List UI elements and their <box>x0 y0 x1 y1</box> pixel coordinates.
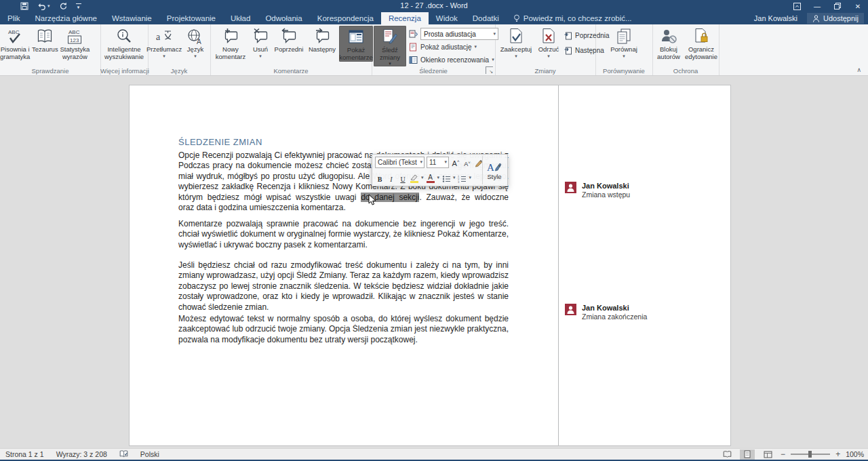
tab-projektowanie[interactable]: Projektowanie <box>159 12 223 24</box>
group-jezyk: a Przetłumacz ▾ A Język ▾ Język <box>148 24 211 75</box>
read-mode-button[interactable] <box>719 449 734 460</box>
numbering-icon: 123 <box>458 175 467 183</box>
display-for-review-combobox[interactable]: Prosta adiustacja ▾ <box>420 28 498 40</box>
underline-button[interactable]: U <box>398 172 408 183</box>
translate-button[interactable]: a Przetłumacz ▾ <box>148 26 180 58</box>
tab-plik[interactable]: Plik <box>0 12 28 24</box>
smart-lookup-label: Inteligentne wyszukiwanie <box>104 46 144 60</box>
avatar <box>565 304 576 315</box>
show-markup-button[interactable]: Pokaż adiustację ▾ <box>409 41 498 53</box>
customize-qat-button[interactable]: ▾ <box>76 3 81 9</box>
language-indicator[interactable]: Polski <box>140 450 159 458</box>
tab-widok[interactable]: Widok <box>429 12 465 24</box>
show-comments-button[interactable]: Pokaż komentarze <box>339 26 373 62</box>
comment-author: Jan Kowalski <box>582 304 647 313</box>
tab-recenzja[interactable]: Recenzja <box>381 12 429 24</box>
sledzenie-dialog-launcher[interactable]: ↘ <box>486 66 493 74</box>
tell-me-box[interactable]: Powiedz mi, co chcesz zrobić... <box>507 12 639 24</box>
share-label: Udostępnij <box>823 14 859 22</box>
font-name-combobox[interactable]: Calibri (Tekst ▾ <box>375 157 425 168</box>
mini-toolbar: Calibri (Tekst ▾ 11 ▾ A˄ A˅ A▾ Style B I… <box>372 154 508 186</box>
comment-card[interactable]: Jan Kowalski Zmiana zakończenia <box>565 304 721 321</box>
comment-card[interactable]: Jan Kowalski Zmiana wstępu <box>565 182 721 199</box>
numbering-button[interactable]: 123 <box>458 172 467 183</box>
highlight-caret[interactable]: ▾ <box>421 176 424 180</box>
accept-button[interactable]: Zaakceptuj ▾ <box>498 26 534 58</box>
web-layout-icon <box>764 451 772 458</box>
svg-text:3: 3 <box>458 180 460 183</box>
bold-button[interactable]: B <box>375 172 384 183</box>
block-authors-label: Blokuj autorów <box>657 46 680 60</box>
svg-text:ABC: ABC <box>8 29 20 35</box>
font-color-caret[interactable]: ▾ <box>437 176 440 180</box>
web-layout-button[interactable] <box>760 449 775 460</box>
spelling-grammar-button[interactable]: ABC Pisownia i gramatyka <box>0 26 30 60</box>
smart-lookup-icon <box>115 28 133 45</box>
track-changes-button[interactable]: Śledź zmiany ▾ <box>374 26 406 66</box>
avatar <box>565 182 576 193</box>
language-button[interactable]: A Język ▾ <box>180 26 210 58</box>
bullets-caret[interactable]: ▾ <box>453 176 456 180</box>
tab-korespondencja[interactable]: Korespondencja <box>310 12 381 24</box>
user-name[interactable]: Jan Kowalski <box>754 14 797 22</box>
ribbon-display-options-button[interactable] <box>787 0 807 12</box>
window-controls: — ✕ <box>787 0 868 12</box>
tab-uklad[interactable]: Układ <box>223 12 258 24</box>
bullets-button[interactable] <box>441 172 451 183</box>
thesaurus-button[interactable]: Tezaurus <box>30 26 60 54</box>
shrink-font-button[interactable]: A˅ <box>462 157 472 167</box>
zoom-slider[interactable] <box>791 454 830 455</box>
zoom-in-button[interactable]: + <box>835 449 840 459</box>
print-layout-button[interactable] <box>740 449 755 460</box>
tab-narzedzia-glowne[interactable]: Narzędzia główne <box>28 12 104 24</box>
previous-comment-icon <box>280 28 298 45</box>
group-label-wiecej: Więcej informacji <box>100 67 148 75</box>
word-count-indicator[interactable]: Wyrazy: 3 z 208 <box>56 450 107 458</box>
reviewing-pane-button[interactable]: Okienko recenzowania ▾ <box>409 54 498 66</box>
previous-comment-button[interactable]: Poprzedni <box>273 26 305 54</box>
lightbulb-icon <box>513 14 520 22</box>
numbering-caret[interactable]: ▾ <box>469 176 472 180</box>
compare-button[interactable]: Porównaj ▾ <box>609 26 639 58</box>
minimize-button[interactable]: — <box>807 0 827 12</box>
share-button[interactable]: Udostępnij <box>807 13 864 24</box>
reviewing-pane-label: Okienko recenzowania <box>420 56 489 64</box>
restrict-editing-button[interactable]: Ogranicz edytowanie <box>685 26 717 60</box>
document-page[interactable]: ŚLEDZENIE ZMIAN Opcje Recenzji pozwalają… <box>129 85 731 446</box>
font-size-combobox[interactable]: 11 ▾ <box>427 157 449 168</box>
tab-dodatki[interactable]: Dodatki <box>465 12 507 24</box>
block-authors-button[interactable]: Blokuj autorów <box>654 26 684 60</box>
undo-button[interactable]: ▾ <box>37 3 50 10</box>
display-for-review-row: Prosta adiustacja ▾ <box>409 28 498 40</box>
grow-font-button[interactable]: A˄ <box>451 157 460 167</box>
next-comment-button[interactable]: Następny <box>305 26 339 54</box>
tab-odwolania[interactable]: Odwołania <box>258 12 309 24</box>
delete-comment-button[interactable]: Usuń ▾ <box>248 26 273 58</box>
highlight-button[interactable] <box>410 172 419 183</box>
styles-button[interactable]: A▾ Style <box>482 156 506 184</box>
word-count-label: Statystyka wyrazów <box>60 46 90 60</box>
save-button[interactable] <box>20 2 28 10</box>
page-indicator[interactable]: Strona 1 z 1 <box>5 450 44 458</box>
restore-button[interactable] <box>827 0 848 12</box>
tab-wstawianie[interactable]: Wstawianie <box>104 12 159 24</box>
font-name-value: Calibri (Tekst <box>378 159 417 166</box>
reject-button[interactable]: Odrzuć ▾ <box>535 26 562 58</box>
translate-icon: a <box>155 28 173 45</box>
undo-dropdown-caret[interactable]: ▾ <box>47 4 50 8</box>
italic-button[interactable]: I <box>387 172 396 183</box>
paragraph-3: Jeśli będziesz chciał od razu zmodyfikow… <box>178 260 509 313</box>
proofing-status-button[interactable] <box>119 450 128 459</box>
smart-lookup-button[interactable]: Inteligentne wyszukiwanie <box>104 26 144 60</box>
zoom-slider-handle[interactable] <box>808 451 812 458</box>
collapse-ribbon-button[interactable]: ∧ <box>856 66 861 73</box>
group-porownywanie: Porównaj ▾ Porównywanie <box>595 24 653 75</box>
word-count-button[interactable]: ABC123 Statystyka wyrazów <box>60 26 90 60</box>
redo-button[interactable] <box>59 2 67 10</box>
font-color-button[interactable]: A <box>426 172 435 183</box>
zoom-out-button[interactable]: − <box>781 449 785 459</box>
zoom-level[interactable]: 100% <box>846 450 864 458</box>
group-ochrona: Blokuj autorów Ogranicz edytowanie Ochro… <box>652 24 719 75</box>
new-comment-button[interactable]: Nowy komentarz <box>213 26 248 60</box>
close-button[interactable]: ✕ <box>848 0 868 12</box>
